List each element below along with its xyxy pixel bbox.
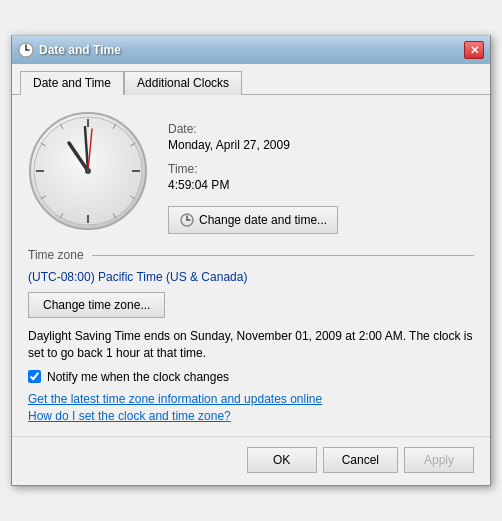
link-timezone-info[interactable]: Get the latest time zone information and…	[28, 392, 474, 406]
change-timezone-button[interactable]: Change time zone...	[28, 292, 165, 318]
clock-section: Date: Monday, April 27, 2009 Time: 4:59:…	[28, 111, 474, 234]
main-window: Date and Time ✕ Date and Time Additional…	[11, 35, 491, 486]
change-datetime-icon	[179, 212, 195, 228]
timezone-section-label: Time zone	[28, 248, 84, 262]
tab-date-time[interactable]: Date and Time	[20, 71, 124, 95]
title-bar: Date and Time ✕	[12, 36, 490, 64]
notify-checkbox[interactable]	[28, 370, 41, 383]
time-value: 4:59:04 PM	[168, 178, 338, 192]
notify-label: Notify me when the clock changes	[47, 370, 229, 384]
date-value: Monday, April 27, 2009	[168, 138, 338, 152]
timezone-section: Time zone (UTC-08:00) Pacific Time (US &…	[28, 248, 474, 318]
window-icon	[18, 42, 34, 58]
analog-clock	[28, 111, 148, 234]
tab-additional-clocks[interactable]: Additional Clocks	[124, 71, 242, 95]
links-section: Get the latest time zone information and…	[28, 392, 474, 423]
close-button[interactable]: ✕	[464, 41, 484, 59]
datetime-info: Date: Monday, April 27, 2009 Time: 4:59:…	[168, 111, 338, 234]
apply-button[interactable]: Apply	[404, 447, 474, 473]
time-label: Time:	[168, 162, 338, 176]
dst-note: Daylight Saving Time ends on Sunday, Nov…	[28, 328, 474, 362]
timezone-divider: Time zone	[28, 248, 474, 262]
timezone-value: (UTC-08:00) Pacific Time (US & Canada)	[28, 270, 474, 284]
tab-content: Date: Monday, April 27, 2009 Time: 4:59:…	[12, 95, 490, 436]
title-bar-left: Date and Time	[18, 42, 121, 58]
link-set-clock[interactable]: How do I set the clock and time zone?	[28, 409, 474, 423]
cancel-button[interactable]: Cancel	[323, 447, 398, 473]
window-title: Date and Time	[39, 43, 121, 57]
tab-bar: Date and Time Additional Clocks	[12, 64, 490, 95]
change-datetime-button[interactable]: Change date and time...	[168, 206, 338, 234]
ok-button[interactable]: OK	[247, 447, 317, 473]
notify-row: Notify me when the clock changes	[28, 370, 474, 384]
divider-line	[92, 255, 474, 256]
date-label: Date:	[168, 122, 338, 136]
svg-point-20	[85, 168, 91, 174]
footer: OK Cancel Apply	[12, 436, 490, 485]
